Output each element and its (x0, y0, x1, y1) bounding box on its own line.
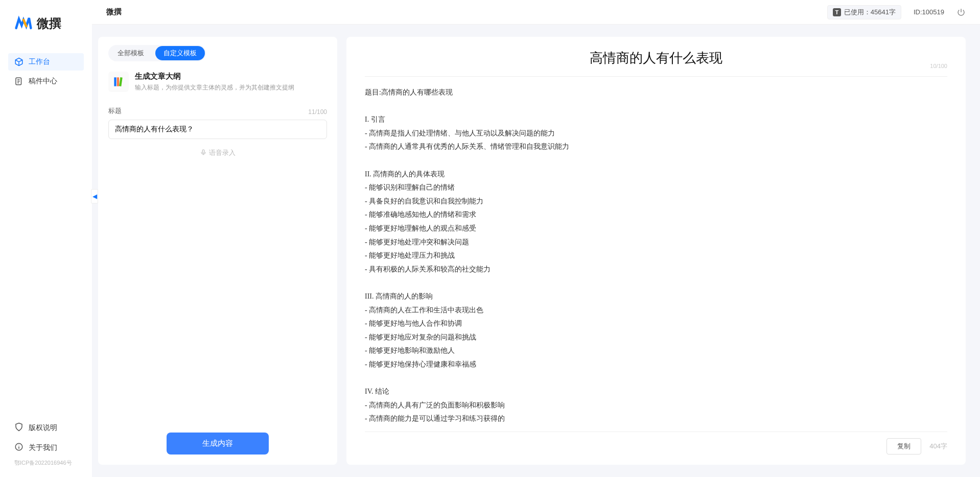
usage-pill[interactable]: T 已使用：45641字 (827, 5, 901, 19)
title-field-label: 标题 (108, 106, 122, 116)
svg-rect-5 (202, 149, 204, 153)
template-tabs: 全部模板 自定义模板 (108, 45, 206, 61)
generate-button[interactable]: 生成内容 (167, 433, 269, 455)
sidebar: 微撰 工作台 稿件中心 版权说明 关于我们 鄂ICP备2022016946号 ◀ (0, 0, 92, 477)
sidebar-collapse-handle[interactable]: ◀ (91, 189, 98, 203)
document-title-count: 10/100 (930, 63, 947, 69)
power-icon[interactable] (956, 8, 966, 17)
usage-label: 已使用：45641字 (844, 8, 896, 17)
sidebar-item-label: 稿件中心 (29, 77, 57, 86)
tab-all-templates[interactable]: 全部模板 (109, 46, 152, 60)
logo-icon (14, 14, 33, 33)
sidebar-item-drafts[interactable]: 稿件中心 (8, 73, 84, 90)
voice-input-button[interactable]: 语音录入 (108, 148, 327, 157)
title-input[interactable] (108, 120, 327, 139)
document-body[interactable]: 题目:高情商的人有哪些表现 I. 引言 - 高情商是指人们处理情绪、与他人互动以… (365, 86, 947, 423)
sidebar-about[interactable]: 关于我们 (8, 439, 84, 456)
divider (365, 76, 947, 77)
copy-button[interactable]: 复制 (886, 438, 921, 455)
tab-custom-templates[interactable]: 自定义模板 (155, 46, 205, 60)
info-icon (14, 442, 24, 453)
mic-icon (200, 149, 207, 157)
icp-text: 鄂ICP备2022016946号 (8, 459, 84, 467)
doc-icon (14, 77, 24, 86)
books-icon (108, 72, 129, 92)
sidebar-item-workspace[interactable]: 工作台 (8, 53, 84, 71)
sidebar-link-label: 版权说明 (29, 423, 57, 433)
template-card: 生成文章大纲 输入标题，为你提供文章主体的灵感，并为其创建推文提纲 (108, 72, 327, 92)
left-panel: 全部模板 自定义模板 生成文章大纲 输入标题，为你提供文章主体的灵感，并为其创建… (98, 37, 337, 465)
template-desc: 输入标题，为你提供文章主体的灵感，并为其创建推文提纲 (135, 83, 294, 92)
svg-rect-2 (114, 77, 116, 86)
title-char-count: 11/100 (308, 108, 327, 116)
sidebar-item-label: 工作台 (29, 57, 50, 66)
logo-text: 微撰 (37, 15, 61, 32)
user-id: ID:100519 (914, 8, 944, 16)
document-title: 高情商的人有什么表现 (590, 51, 722, 65)
voice-hint-label: 语音录入 (209, 148, 236, 157)
shield-icon (14, 422, 24, 433)
page-title: 微撰 (106, 7, 122, 17)
topbar: 微撰 T 已使用：45641字 ID:100519 (92, 0, 980, 25)
sidebar-copyright[interactable]: 版权说明 (8, 419, 84, 436)
right-panel: 高情商的人有什么表现 10/100 题目:高情商的人有哪些表现 I. 引言 - … (346, 37, 966, 465)
logo[interactable]: 微撰 (0, 14, 92, 53)
cube-icon (14, 57, 24, 66)
word-count: 404字 (929, 442, 947, 451)
usage-badge-icon: T (833, 8, 841, 16)
svg-rect-4 (119, 77, 123, 86)
svg-rect-3 (117, 77, 119, 86)
sidebar-link-label: 关于我们 (29, 443, 57, 452)
template-title: 生成文章大纲 (135, 72, 294, 81)
